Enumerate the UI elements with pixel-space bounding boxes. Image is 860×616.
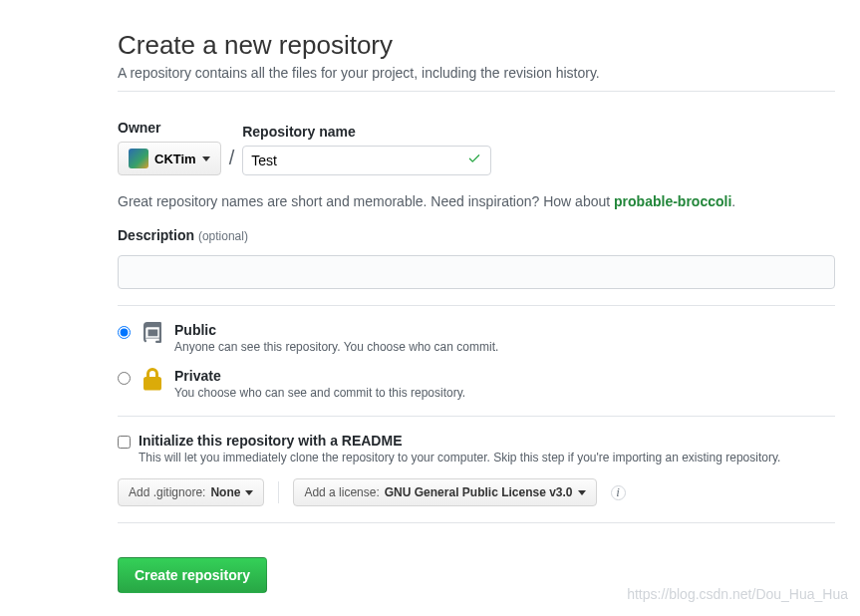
public-radio[interactable] (118, 326, 131, 339)
page-subtitle: A repository contains all the files for … (118, 65, 835, 92)
watermark: https://blog.csdn.net/Dou_Hua_Hua (627, 586, 848, 593)
chevron-down-icon (202, 156, 210, 161)
init-readme-title: Initialize this repository with a README (139, 433, 780, 449)
lock-icon (141, 368, 164, 392)
divider (118, 522, 835, 523)
public-title: Public (174, 322, 498, 338)
chevron-down-icon (245, 490, 253, 495)
page-title: Create a new repository (118, 30, 835, 61)
description-label: Description (optional) (118, 227, 835, 243)
repo-name-label: Repository name (242, 124, 491, 140)
repo-icon (141, 322, 164, 346)
repo-name-input[interactable] (242, 146, 491, 175)
chevron-down-icon (578, 490, 586, 495)
avatar (129, 149, 148, 168)
check-icon (467, 153, 481, 169)
create-repository-button[interactable]: Create repository (118, 557, 267, 593)
owner-name: CKTim (154, 152, 196, 166)
init-readme-sub: This will let you immediately clone the … (139, 451, 780, 464)
name-hint: Great repository names are short and mem… (118, 193, 835, 209)
private-title: Private (174, 368, 465, 384)
slash-separator: / (229, 147, 235, 175)
license-select-button[interactable]: Add a license: GNU General Public Licens… (293, 478, 596, 506)
info-icon[interactable]: i (611, 485, 626, 500)
gitignore-select-button[interactable]: Add .gitignore: None (118, 478, 264, 506)
divider (118, 305, 835, 306)
description-input[interactable] (118, 255, 835, 289)
init-readme-checkbox[interactable] (118, 436, 131, 449)
public-sub: Anyone can see this repository. You choo… (174, 340, 498, 354)
private-radio[interactable] (118, 372, 131, 385)
private-sub: You choose who can see and commit to thi… (174, 386, 465, 400)
owner-select-button[interactable]: CKTim (118, 142, 221, 175)
divider (118, 416, 835, 417)
owner-label: Owner (118, 120, 221, 136)
suggested-name-link[interactable]: probable-broccoli (614, 193, 731, 209)
divider (278, 481, 279, 503)
